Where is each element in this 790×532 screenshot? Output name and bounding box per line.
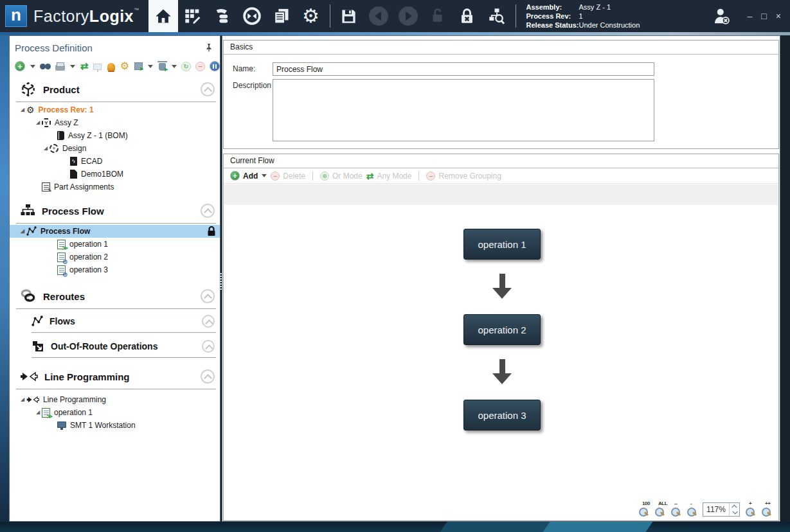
lock-badge — [207, 226, 216, 238]
zoom-in-fast-button[interactable]: ++ — [761, 504, 772, 517]
save-button[interactable] — [334, 0, 364, 32]
spin-down-icon[interactable] — [732, 509, 737, 514]
flow-node-operation-2[interactable]: operation 2 — [463, 314, 541, 345]
export-caret-icon[interactable] — [148, 65, 153, 68]
section-line-programming[interactable]: Line Programming — [10, 366, 220, 387]
expander-icon[interactable]: ◢ — [19, 107, 26, 112]
tree-row-bom[interactable]: Assy Z - 1 (BOM) — [10, 129, 220, 142]
product-cube-icon — [20, 81, 37, 98]
tree-row-process-rev[interactable]: ◢ ⚙ Process Rev: 1 — [10, 103, 220, 116]
tree-row-operation-2[interactable]: operation 2 — [10, 251, 220, 263]
pause-button[interactable] — [210, 61, 220, 72]
tree-row-design[interactable]: ◢ + Design — [10, 142, 220, 155]
section-reroutes[interactable]: Reroutes — [10, 285, 220, 307]
description-label: Description — [233, 79, 273, 90]
section-product[interactable]: Product — [10, 78, 220, 100]
process-rev-label: Process Rev: — [526, 12, 579, 21]
expander-icon[interactable]: ◢ — [19, 397, 26, 402]
tree-row-demo1bom[interactable]: Demo1BOM — [10, 168, 220, 181]
expander-icon[interactable]: ◢ — [34, 120, 42, 125]
logout-button[interactable] — [706, 0, 736, 32]
spinner-buttons[interactable] — [729, 503, 739, 516]
tree-row-operation-1[interactable]: operation 1 — [10, 238, 220, 251]
tree-row-line-programming[interactable]: ◢ Line Programming — [10, 393, 220, 406]
configure-button[interactable]: ⚙ — [120, 61, 129, 72]
collapse-up-icon[interactable] — [202, 315, 215, 328]
sync-button[interactable]: ⇄ — [80, 61, 89, 72]
tree-row-ecad[interactable]: ϟ ECAD — [10, 155, 220, 168]
tree-row-operation-3[interactable]: operation 3 — [10, 263, 220, 276]
add-caret-icon[interactable] — [262, 174, 267, 177]
section-process-flow[interactable]: Process Flow — [10, 200, 220, 222]
back-button[interactable] — [364, 0, 393, 32]
operations-button[interactable] — [178, 0, 208, 32]
add-button[interactable]: + — [15, 61, 25, 72]
flow-node-operation-3[interactable]: operation 3 — [463, 400, 541, 430]
expander-icon[interactable]: ◢ — [42, 146, 49, 151]
sync-arrows-icon: ⇄ — [80, 60, 89, 72]
remove-button[interactable]: – — [195, 61, 205, 72]
collapse-up-icon[interactable] — [201, 289, 215, 303]
description-row: Description — [233, 79, 778, 141]
section-flows[interactable]: Flows — [10, 312, 220, 331]
collapse-up-icon[interactable] — [201, 82, 215, 96]
any-mode-button[interactable]: ⇄ Any Mode — [366, 171, 412, 181]
user-logout-icon — [712, 6, 731, 26]
tree-row-part-assignments[interactable]: Part Assignments — [10, 181, 220, 193]
flow-canvas-band — [224, 184, 778, 205]
bottom-chrome — [0, 522, 790, 532]
flow-search-button[interactable] — [482, 0, 512, 32]
feeders-button[interactable] — [208, 0, 237, 32]
print-button[interactable] — [55, 61, 65, 72]
routing-button[interactable] — [237, 0, 267, 32]
tree-row-lp-operation-1[interactable]: ◢ operation 1 — [10, 406, 220, 419]
zoom-fit-all-button[interactable]: ALL — [654, 504, 665, 517]
forward-button[interactable] — [393, 0, 423, 32]
collapse-up-icon[interactable] — [201, 369, 215, 384]
delete-button[interactable]: – Delete — [271, 172, 305, 181]
flow-arrow-icon — [483, 359, 521, 387]
unlock-button[interactable] — [423, 0, 453, 32]
lock-discard-button[interactable] — [453, 0, 482, 32]
home-button[interactable] — [148, 0, 178, 32]
maximize-button[interactable]: □ — [761, 12, 766, 21]
add-operation-button[interactable]: + Add — [230, 171, 267, 181]
zoom-out-fast-button[interactable]: -- — [670, 504, 681, 517]
description-textarea[interactable] — [273, 79, 654, 141]
tree-row-process-flow[interactable]: ◢ Process Flow — [10, 225, 220, 238]
tree-label: operation 1 — [54, 408, 93, 417]
print-caret-icon[interactable] — [70, 65, 75, 68]
zoom-level-spinner[interactable]: 117% — [703, 502, 740, 517]
basics-groupbox: Basics Name: Description — [223, 40, 779, 149]
collapse-up-icon[interactable] — [201, 204, 215, 218]
remove-grouping-button[interactable]: – Remove Grouping — [426, 172, 501, 181]
notify-button[interactable] — [107, 61, 116, 72]
flow-node-operation-1[interactable]: operation 1 — [463, 229, 541, 260]
recycle-caret-icon[interactable] — [172, 65, 177, 68]
unlock-icon — [429, 8, 446, 24]
zoom-out-button[interactable]: - — [687, 504, 697, 517]
presentation-button[interactable] — [93, 61, 102, 72]
close-button[interactable]: × — [776, 12, 781, 21]
zoom-100-button[interactable]: 100 — [638, 504, 649, 517]
add-caret-icon[interactable] — [30, 65, 35, 68]
export-button[interactable] — [134, 61, 143, 72]
refresh-button[interactable]: ↻ — [181, 61, 191, 72]
current-flow-groupbox: Current Flow + Add – Delete ⊕ Or Mode ⇄ — [223, 154, 779, 521]
pin-icon[interactable] — [204, 43, 213, 52]
settings-button[interactable]: ⚙ — [296, 0, 326, 32]
gear-yellow-icon: ⚙ — [120, 61, 129, 71]
search-button[interactable] — [40, 61, 51, 72]
name-input[interactable] — [273, 62, 654, 76]
collapse-up-icon[interactable] — [202, 340, 215, 353]
tree-row-assy-z[interactable]: ◢ Y Assy Z — [10, 116, 220, 129]
minimize-button[interactable]: – — [748, 12, 753, 21]
section-out-of-route[interactable]: Out-Of-Route Operations — [10, 337, 220, 356]
recycle-button[interactable] — [157, 61, 166, 72]
or-mode-button[interactable]: ⊕ Or Mode — [320, 172, 363, 181]
documents-button[interactable] — [267, 0, 296, 32]
zoom-in-button[interactable]: + — [745, 504, 756, 517]
tree-row-smt-workstation[interactable]: SMT 1 Workstation — [10, 419, 220, 432]
expander-icon[interactable]: ◢ — [34, 410, 42, 415]
expander-icon[interactable]: ◢ — [19, 229, 26, 234]
